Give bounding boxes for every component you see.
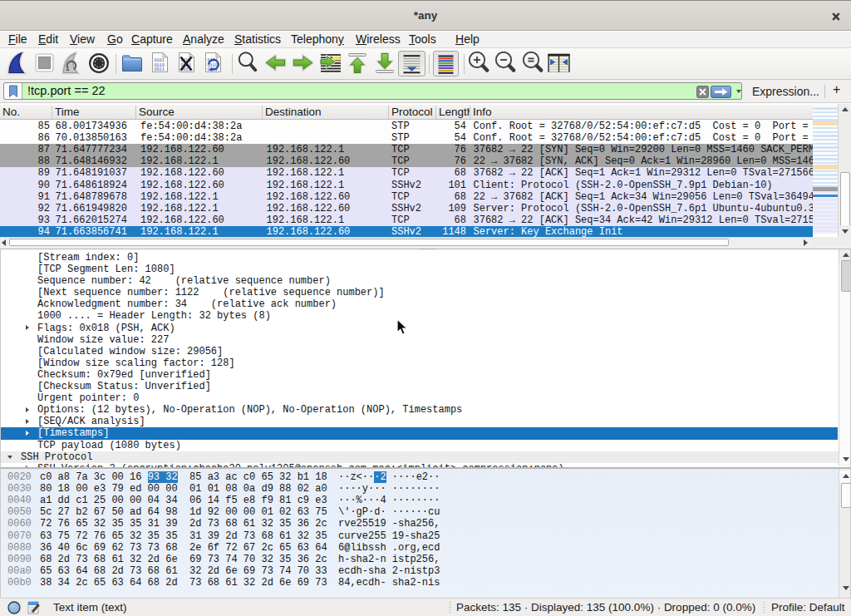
svg-text:0011: 0011 [154, 67, 164, 72]
